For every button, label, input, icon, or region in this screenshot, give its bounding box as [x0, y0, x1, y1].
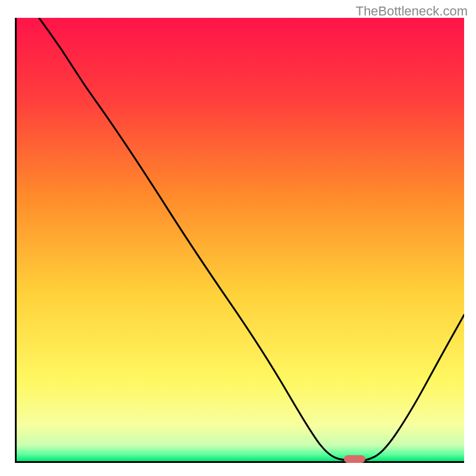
watermark-text: TheBottleneck.com — [356, 4, 468, 19]
chart-curve — [17, 18, 464, 461]
optimal-point-marker — [344, 455, 365, 463]
chart-area — [15, 18, 464, 463]
